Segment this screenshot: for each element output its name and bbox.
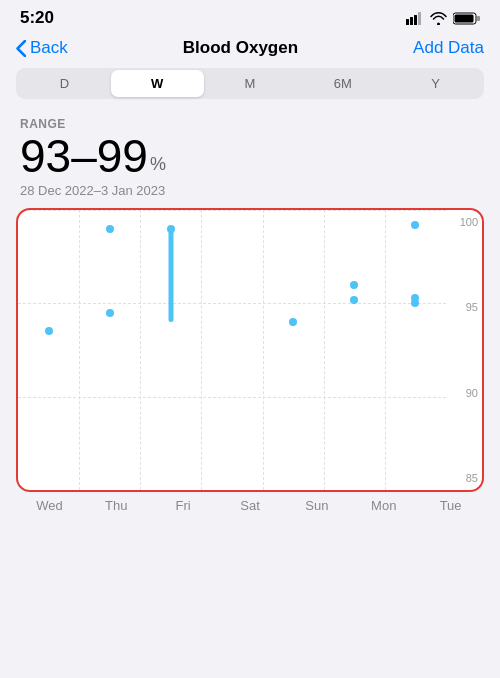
day-label-sat: Sat bbox=[217, 498, 284, 513]
svg-rect-0 bbox=[406, 19, 409, 25]
status-time: 5:20 bbox=[20, 8, 54, 28]
nav-bar: Back Blood Oxygen Add Data bbox=[0, 32, 500, 68]
vline-4 bbox=[263, 210, 264, 490]
status-icons bbox=[406, 12, 480, 25]
range-value: 93–99% bbox=[20, 133, 480, 179]
segment-container: D W M 6M Y bbox=[0, 68, 500, 109]
vline-6 bbox=[385, 210, 386, 490]
data-dot-6 bbox=[350, 296, 358, 304]
range-numbers: 93–99 bbox=[20, 133, 148, 179]
vline-2 bbox=[140, 210, 141, 490]
add-data-button[interactable]: Add Data bbox=[413, 38, 484, 58]
vline-3 bbox=[201, 210, 202, 490]
y-label-100: 100 bbox=[446, 216, 478, 228]
chart-y-axis: 100 95 90 85 bbox=[446, 210, 482, 490]
svg-rect-6 bbox=[477, 16, 480, 21]
segment-item-y[interactable]: Y bbox=[389, 70, 482, 97]
day-label-sun: Sun bbox=[283, 498, 350, 513]
vline-5 bbox=[324, 210, 325, 490]
data-dot-2 bbox=[106, 225, 114, 233]
segment-item-m[interactable]: M bbox=[204, 70, 297, 97]
grid-line-85 bbox=[18, 490, 446, 491]
data-bar-fri bbox=[168, 229, 173, 322]
grid-line-95 bbox=[18, 303, 446, 304]
svg-rect-2 bbox=[414, 15, 417, 25]
chevron-left-icon bbox=[16, 40, 26, 57]
day-label-mon: Mon bbox=[350, 498, 417, 513]
segment-control: D W M 6M Y bbox=[16, 68, 484, 99]
range-label: RANGE bbox=[20, 117, 480, 131]
day-labels: Wed Thu Fri Sat Sun Mon Tue bbox=[16, 492, 484, 523]
back-button[interactable]: Back bbox=[16, 38, 68, 58]
chart-wrapper: 100 95 90 85 bbox=[16, 208, 484, 492]
data-dot-5 bbox=[350, 281, 358, 289]
data-dot-9 bbox=[411, 294, 419, 302]
nav-title: Blood Oxygen bbox=[183, 38, 298, 58]
vline-1 bbox=[79, 210, 80, 490]
day-label-thu: Thu bbox=[83, 498, 150, 513]
data-dot-4 bbox=[289, 318, 297, 326]
status-bar: 5:20 bbox=[0, 0, 500, 32]
grid-line-90 bbox=[18, 397, 446, 398]
svg-rect-1 bbox=[410, 17, 413, 25]
data-dot-0 bbox=[45, 327, 53, 335]
day-label-wed: Wed bbox=[16, 498, 83, 513]
day-label-fri: Fri bbox=[150, 498, 217, 513]
data-dot-7 bbox=[411, 221, 419, 229]
day-label-tue: Tue bbox=[417, 498, 484, 513]
stats-section: RANGE 93–99% 28 Dec 2022–3 Jan 2023 bbox=[0, 109, 500, 208]
y-label-95: 95 bbox=[446, 301, 478, 313]
battery-icon bbox=[453, 12, 480, 25]
date-range: 28 Dec 2022–3 Jan 2023 bbox=[20, 183, 480, 198]
range-unit: % bbox=[150, 155, 166, 173]
y-label-85: 85 bbox=[446, 472, 478, 484]
segment-item-w[interactable]: W bbox=[111, 70, 204, 97]
y-label-90: 90 bbox=[446, 387, 478, 399]
grid-line-100 bbox=[18, 210, 446, 211]
chart-inner: 100 95 90 85 bbox=[18, 210, 482, 490]
svg-rect-3 bbox=[418, 12, 421, 25]
segment-item-6m[interactable]: 6M bbox=[296, 70, 389, 97]
data-dot-1 bbox=[106, 309, 114, 317]
signal-icon bbox=[406, 12, 424, 25]
chart-plot bbox=[18, 210, 446, 490]
back-label: Back bbox=[30, 38, 68, 58]
data-dot-3 bbox=[167, 225, 175, 233]
segment-item-d[interactable]: D bbox=[18, 70, 111, 97]
svg-rect-5 bbox=[455, 14, 474, 22]
wifi-icon bbox=[430, 12, 447, 25]
